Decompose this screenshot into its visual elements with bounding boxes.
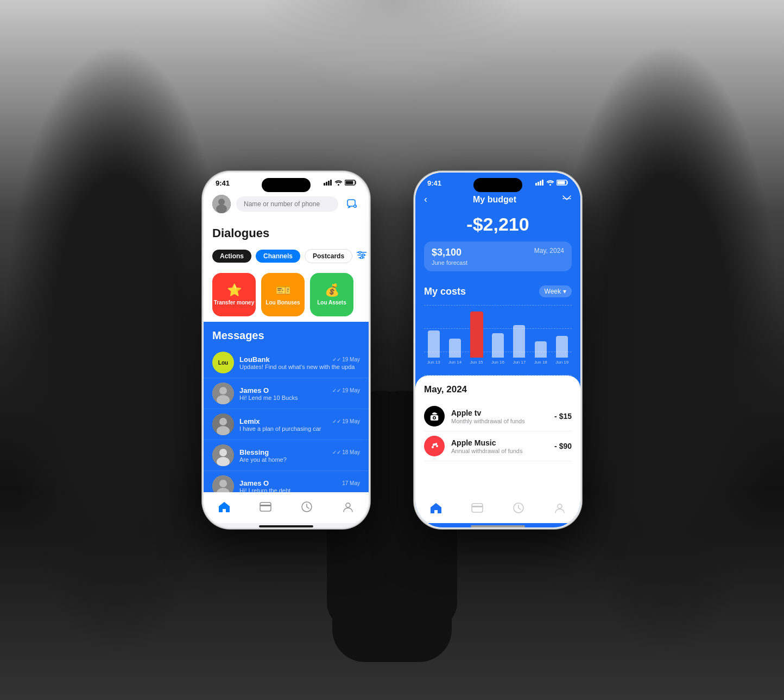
wifi-icon-1: [334, 180, 343, 187]
gridline-1: [424, 305, 572, 306]
tab-actions[interactable]: Actions: [212, 250, 251, 263]
lemix-content: Lemix ✓✓19 May I have a plan of purchasi…: [239, 417, 360, 432]
bar-label-1: Jun 14: [448, 360, 461, 365]
bottom-nav-2: [415, 494, 580, 523]
chart-bar-2: Jun 15: [470, 311, 483, 365]
lemix-time: ✓✓19 May: [332, 418, 360, 424]
transaction-apple-music[interactable]: Apple Music Annual withdrawal of funds -…: [424, 431, 572, 461]
bar-1: [449, 339, 461, 358]
bar-6: [556, 336, 568, 358]
nav-profile-1[interactable]: [336, 497, 360, 517]
apple-music-info: Apple Music Annual withdrawal of funds: [451, 438, 522, 454]
apple-tv-icon: [424, 406, 445, 427]
lemix-preview: I have a plan of purchasing car: [239, 425, 360, 432]
message-lemix[interactable]: Lemix ✓✓19 May I have a plan of purchasi…: [204, 409, 369, 440]
apple-tv-amount: - $15: [554, 412, 572, 421]
phone-1-header: [204, 189, 369, 220]
compose-button[interactable]: [344, 196, 360, 212]
nav-history-1[interactable]: [295, 497, 319, 517]
james2-top: James O 17 May: [239, 479, 360, 487]
message-james2[interactable]: James O 17 May Hi! I return the debt: [204, 471, 369, 492]
filter-icon[interactable]: [357, 251, 366, 261]
apple-tv-name: Apple tv: [451, 409, 525, 417]
nav-profile-2[interactable]: [548, 498, 572, 518]
svg-rect-0: [324, 183, 325, 186]
svg-point-45: [428, 440, 440, 452]
svg-rect-34: [535, 183, 537, 186]
james1-preview: Hi! Lend me 10 Bucks: [239, 394, 360, 401]
forecast-amount: $3,100: [432, 247, 467, 258]
chart-bar-3: Jun 16: [491, 333, 504, 365]
bar-4: [513, 325, 525, 358]
tab-channels[interactable]: Channels: [256, 250, 300, 263]
budget-filter-button[interactable]: [562, 195, 572, 205]
user-avatar[interactable]: [212, 195, 231, 213]
search-row: [212, 195, 360, 213]
svg-rect-35: [538, 182, 539, 186]
messages-section: Messages Lou LouBank ✓✓19 May Updates! F…: [204, 322, 369, 492]
forecast-date: May, 2024: [534, 247, 564, 254]
loubank-avatar: Lou: [212, 352, 234, 373]
phone-1: 9:41: [202, 171, 370, 529]
apple-music-amount: - $90: [554, 442, 572, 450]
svg-point-25: [219, 449, 227, 456]
svg-point-19: [219, 387, 227, 394]
svg-rect-48: [432, 446, 433, 448]
status-icons-1: [324, 180, 357, 187]
nav-card-1[interactable]: [254, 497, 277, 517]
nav-history-2[interactable]: [507, 498, 530, 518]
apple-tv-info: Apple tv Monthly withdrawal of funds: [451, 409, 525, 424]
james2-avatar: [212, 475, 234, 492]
lemix-name: Lemix: [239, 417, 260, 425]
status-icons-2: [535, 180, 568, 187]
week-dropdown[interactable]: Week ▾: [539, 285, 572, 297]
svg-point-22: [219, 418, 227, 425]
james1-time: ✓✓19 May: [332, 387, 360, 393]
blessing-top: Blessing ✓✓18 May: [239, 448, 360, 456]
message-blessing[interactable]: Blessing ✓✓18 May Are you at home?: [204, 440, 369, 471]
nav-home-1[interactable]: [212, 497, 236, 517]
nav-home-2[interactable]: [424, 498, 448, 518]
svg-rect-40: [558, 181, 565, 184]
svg-rect-6: [346, 181, 353, 184]
action-card-transfer[interactable]: ⭐ Transfer money: [212, 273, 256, 316]
message-loubank[interactable]: Lou LouBank ✓✓19 May Updates! Find out w…: [204, 347, 369, 378]
action-card-bonuses[interactable]: 🎫 Lou Bonuses: [261, 273, 305, 316]
blessing-preview: Are you at home?: [239, 456, 360, 463]
tab-postcards[interactable]: Postcards: [305, 249, 352, 263]
assets-icon: 💰: [325, 283, 339, 297]
bar-0: [428, 330, 440, 358]
chart-bar-4: Jun 17: [513, 325, 526, 365]
svg-point-16: [362, 254, 364, 256]
search-input[interactable]: [236, 196, 338, 212]
bar-5: [535, 341, 547, 358]
bar-3: [492, 333, 504, 358]
check-icon-0: ✓✓: [332, 357, 341, 362]
wifi-icon-2: [546, 180, 554, 187]
apple-tv-desc: Monthly withdrawal of funds: [451, 418, 525, 424]
bar-2: [470, 311, 483, 358]
svg-rect-1: [326, 182, 327, 186]
svg-rect-2: [328, 181, 330, 186]
chart-bar-5: Jun 18: [534, 341, 547, 365]
svg-point-8: [218, 199, 225, 205]
chart-bars: Jun 13Jun 14Jun 15Jun 16Jun 17Jun 18Jun …: [424, 311, 572, 365]
blessing-content: Blessing ✓✓18 May Are you at home?: [239, 448, 360, 463]
svg-point-33: [346, 503, 350, 507]
transaction-apple-tv[interactable]: Apple tv Monthly withdrawal of funds - $…: [424, 402, 572, 431]
blessing-name: Blessing: [239, 448, 269, 456]
bar-label-5: Jun 18: [534, 360, 547, 365]
transactions-month: May, 2024: [424, 384, 572, 395]
status-time-1: 9:41: [216, 179, 230, 187]
chart-bar-6: Jun 19: [555, 336, 568, 365]
battery-icon-2: [557, 180, 568, 187]
nav-card-2[interactable]: [465, 498, 489, 518]
transfer-label: Transfer money: [214, 300, 254, 306]
message-james1[interactable]: James O ✓✓19 May Hi! Lend me 10 Bucks: [204, 378, 369, 409]
costs-section: My costs Week ▾: [415, 283, 580, 305]
dynamic-island-2: [473, 178, 522, 192]
james2-preview: Hi! I return the debt: [239, 487, 360, 493]
action-card-assets[interactable]: 💰 Lou Assets: [310, 273, 353, 316]
messages-title: Messages: [204, 329, 369, 347]
back-button[interactable]: ‹: [424, 194, 427, 205]
